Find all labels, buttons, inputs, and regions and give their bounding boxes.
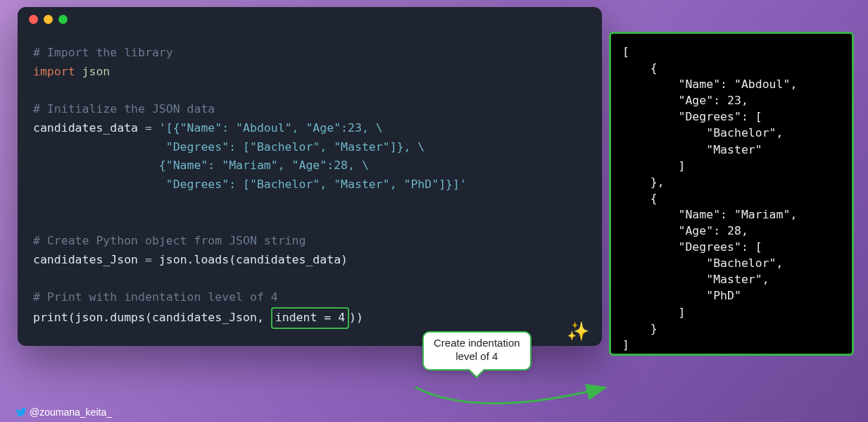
variable-name: candidates_Json: [33, 253, 138, 266]
comment-line: # Print with indentation level of 4: [33, 290, 278, 304]
call-close: )): [349, 311, 363, 324]
operator-equals: =: [138, 253, 159, 266]
output-text: [ { "Name": "Abdoul", "Age": 23, "Degree…: [622, 45, 797, 352]
window-titlebar: [18, 7, 602, 31]
code-window: # Import the library import json # Initi…: [18, 7, 602, 346]
builtin-print: print: [33, 311, 68, 324]
keyword-import: import: [33, 65, 75, 78]
close-icon[interactable]: [29, 15, 38, 24]
tooltip-bubble: Create indentation level of 4: [422, 331, 532, 371]
operator-equals: =: [138, 121, 159, 135]
comment-line: # Create Python object from JSON string: [33, 234, 306, 247]
string-literal: "Degrees": ["Bachelor", "Master"]}, \: [33, 140, 424, 154]
function-call: json.loads(candidates_data): [159, 253, 348, 266]
module-name: json: [75, 65, 111, 78]
string-literal: {"Name": "Mariam", "Age":28, \: [33, 159, 369, 172]
call-args: (json.dumps(candidates_Json,: [68, 311, 271, 324]
canvas: # Import the library import json # Initi…: [0, 0, 868, 422]
string-literal: "Degrees": ["Bachelor", "Master", "PhD"]…: [33, 178, 467, 191]
maximize-icon[interactable]: [58, 15, 68, 24]
comment-line: # Initialize the JSON data: [33, 102, 215, 116]
string-literal: '[{"Name": "Abdoul", "Age":23, \: [159, 121, 383, 135]
tooltip-line: level of 4: [455, 350, 498, 362]
output-panel: [ { "Name": "Abdoul", "Age": 23, "Degree…: [609, 32, 854, 356]
highlighted-argument: indent = 4: [271, 307, 349, 329]
code-content: # Import the library import json # Initi…: [18, 31, 602, 346]
author-handle: @zoumana_keita_: [15, 407, 112, 418]
arrow-connector: [394, 380, 619, 422]
tooltip-line: Create indentation: [434, 337, 520, 349]
comment-line: # Import the library: [33, 46, 173, 59]
sparkle-icon: ✨: [567, 321, 589, 342]
handle-text: @zoumana_keita_: [30, 407, 112, 418]
minimize-icon[interactable]: [44, 15, 53, 24]
indent-argument-text: indent = 4: [275, 311, 345, 324]
variable-name: candidates_data: [33, 121, 138, 135]
twitter-icon: [15, 407, 27, 418]
